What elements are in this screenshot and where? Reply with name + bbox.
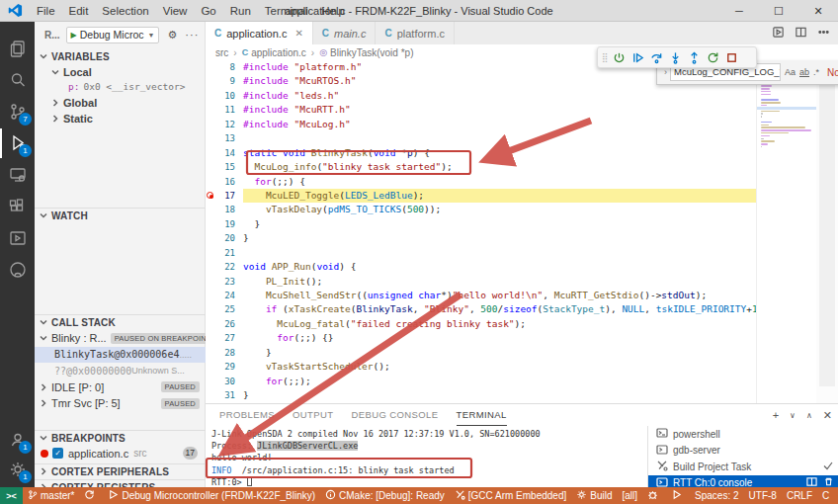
breakpoint-hit-icon[interactable] <box>207 192 213 199</box>
status-build[interactable]: Build <box>571 489 617 502</box>
drag-grip-icon[interactable]: ⣿ <box>602 52 607 62</box>
status-play[interactable] <box>666 489 690 502</box>
panel-tab-output[interactable]: OUTPUT <box>293 404 333 426</box>
line-number[interactable]: 29 <box>217 360 243 374</box>
close-panel-icon[interactable]: ✕ <box>823 409 832 422</box>
line-number[interactable]: 24 <box>217 289 243 302</box>
line-number[interactable]: 20 <box>217 231 243 245</box>
line-number[interactable]: 15 <box>217 160 243 174</box>
menu-run[interactable]: Run <box>223 0 258 22</box>
cortex-peripherals-section-header[interactable]: CORTEX PERIPHERALS <box>35 463 206 478</box>
variables-static-group[interactable]: Static <box>35 112 206 125</box>
breadcrumb-folder[interactable]: src <box>215 47 228 58</box>
call-stack-thread[interactable]: IDLE [P: 0]PAUSED <box>35 379 206 395</box>
accounts-icon[interactable]: 1 <box>0 425 35 455</box>
menu-selection[interactable]: Selection <box>95 0 155 22</box>
line-number[interactable]: 8 <box>217 60 243 74</box>
maximize-button-icon[interactable]: ☐ <box>759 0 798 22</box>
code-editor[interactable]: 8#include "platform.h"9#include "McuRTOS… <box>206 60 756 403</box>
status-sync[interactable] <box>79 489 103 502</box>
menu-view[interactable]: View <box>156 0 195 22</box>
more-actions-icon[interactable]: ··· <box>185 29 199 41</box>
terminal-dropdown-icon[interactable]: ∨ <box>790 411 796 420</box>
remote-indicator[interactable]: >< <box>0 487 23 504</box>
explorer-icon[interactable] <box>0 34 35 63</box>
watch-section-header[interactable]: WATCH <box>35 208 206 222</box>
extensions-icon[interactable] <box>0 192 35 221</box>
line-number[interactable]: 21 <box>217 246 243 260</box>
line-number[interactable]: 9 <box>217 74 243 88</box>
debug-stop-icon[interactable] <box>722 48 741 66</box>
line-number[interactable]: 26 <box>217 317 243 331</box>
debug-continue-icon[interactable] <box>610 48 628 66</box>
github-icon[interactable] <box>0 255 35 285</box>
more-actions-icon[interactable] <box>817 26 830 42</box>
breadcrumb-file[interactable]: application.c <box>251 47 306 58</box>
line-number[interactable]: 25 <box>217 302 243 316</box>
line-number[interactable]: 30 <box>217 375 243 388</box>
line-number[interactable]: 18 <box>217 203 243 216</box>
menu-file[interactable]: File <box>30 0 62 22</box>
debug-step-over-icon[interactable] <box>647 48 666 66</box>
status-spaces-2[interactable]: Spaces: 2 <box>690 489 743 502</box>
variables-local-group[interactable]: Local <box>35 65 206 78</box>
status-crlf[interactable]: CRLF <box>782 489 817 502</box>
search-icon[interactable] <box>0 65 35 95</box>
line-number[interactable]: 13 <box>217 131 243 145</box>
line-number[interactable]: 28 <box>217 346 243 360</box>
status-crossarm[interactable]: CrossARM <box>834 489 838 502</box>
terminal-list-item-powershell[interactable]: powershell <box>648 426 838 443</box>
call-stack-thread[interactable]: Blinky : R...PAUSED ON BREAKPOINT <box>35 330 206 346</box>
line-number[interactable]: 10 <box>217 89 243 103</box>
status-bug[interactable] <box>642 489 666 502</box>
split-editor-icon[interactable] <box>795 26 807 42</box>
find-expand-icon[interactable]: › <box>664 67 667 77</box>
editor-scrollbar[interactable] <box>816 60 838 403</box>
panel-tab-problems[interactable]: PROBLEMS <box>219 404 275 426</box>
tab-platform.c[interactable]: Cplatform.c <box>376 22 455 44</box>
minimap[interactable] <box>756 60 816 403</box>
call-stack-frame[interactable]: ??@0x00000000 Unknown S... <box>35 363 206 378</box>
call-stack-frame[interactable]: BlinkyTask@0x000006e4 ..... <box>35 347 206 363</box>
terminal-list-item-gdb-server[interactable]: gdb-server <box>648 443 838 460</box>
settings-icon[interactable]: 1 <box>0 455 35 484</box>
line-number[interactable]: 19 <box>217 217 243 231</box>
close-tab-icon[interactable]: ✕ <box>294 28 302 39</box>
maximize-panel-icon[interactable]: ∧ <box>806 411 812 420</box>
match-case-toggle[interactable]: Aa <box>785 67 796 77</box>
debug-run-cursor-icon[interactable] <box>628 48 647 66</box>
minimize-button-icon[interactable]: ─ <box>719 0 759 22</box>
status-master[interactable]: master* <box>23 489 79 502</box>
panel-tab-terminal[interactable]: TERMINAL <box>457 404 507 426</box>
remote-explorer-icon[interactable] <box>0 160 35 190</box>
breakpoint-checkbox[interactable]: ✓ <box>52 448 63 459</box>
breakpoints-section-header[interactable]: BREAKPOINTS <box>35 430 206 445</box>
debug-config-dropdown[interactable]: ▶ Debug Microc ▼ <box>66 27 160 43</box>
tab-main.c[interactable]: Cmain.c <box>313 22 377 44</box>
start-debug-icon[interactable]: ▶ <box>71 31 77 40</box>
whole-word-toggle[interactable]: ab <box>799 67 809 77</box>
gear-icon[interactable]: ⚙ <box>167 29 177 42</box>
call-stack-section-header[interactable]: CALL STACK <box>35 314 206 329</box>
tab-application.c[interactable]: Capplication.c✕ <box>206 22 313 44</box>
panel-tab-debug-console[interactable]: DEBUG CONSOLE <box>351 404 438 426</box>
test-panel-icon[interactable] <box>0 223 35 253</box>
line-number[interactable]: 31 <box>217 388 243 402</box>
debug-restart-icon[interactable] <box>704 48 722 66</box>
source-control-icon[interactable]: 7 <box>0 97 35 126</box>
status-c[interactable]: C <box>817 489 834 502</box>
line-number[interactable]: 17 <box>217 189 243 203</box>
line-number[interactable]: 12 <box>217 118 243 131</box>
line-number[interactable]: 11 <box>217 103 243 117</box>
debug-step-out-icon[interactable] <box>685 48 704 66</box>
terminal-output[interactable]: J-Link OpenSDA 2 compiled Nov 16 2017 12… <box>211 428 646 488</box>
menu-go[interactable]: Go <box>194 0 222 22</box>
variable-row[interactable]: p: 0x0 <__isr_vector> <box>35 80 206 93</box>
status-debug-microcontroller-frdm-k22f-blinky[interactable]: Debug Microcontroller (FRDM-K22F_Blinky) <box>103 489 320 502</box>
status-utf-8[interactable]: UTF-8 <box>744 489 782 502</box>
line-number[interactable]: 27 <box>217 331 243 345</box>
close-button-icon[interactable]: ✕ <box>798 0 838 22</box>
breakpoint-row[interactable]: ✓ application.c src 17 <box>35 446 206 461</box>
variables-section-header[interactable]: VARIABLES <box>35 49 206 63</box>
run-and-debug-icon[interactable]: 1 <box>0 128 35 158</box>
